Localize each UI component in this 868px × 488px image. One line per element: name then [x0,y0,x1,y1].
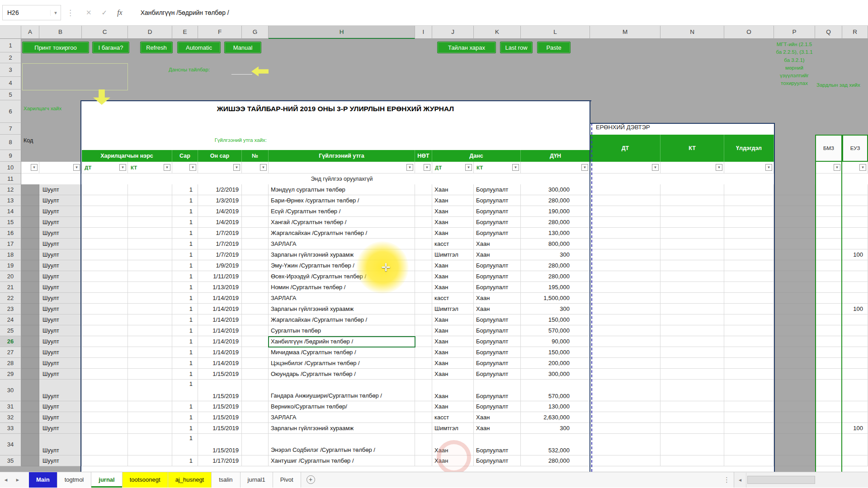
cell-R33[interactable]: 100 [842,423,868,434]
cell-N12[interactable] [660,184,724,195]
cell-C23[interactable] [82,304,128,314]
sheet-tab-Main[interactable]: Main [29,472,57,488]
cell-Q26[interactable] [815,336,842,347]
cell-F15[interactable]: 1/4/2019 [198,217,242,228]
header-ledger-dt[interactable]: ДТ [590,135,660,162]
cell-C15[interactable] [82,217,128,228]
cell-R18[interactable]: 100 [842,249,868,260]
cell-D32[interactable] [128,412,172,423]
cell-J26[interactable]: Хаан [432,336,474,347]
cell-L22[interactable]: 1,500,000 [521,293,590,304]
cell-O16[interactable] [724,228,774,239]
cell-E24[interactable]: 1 [172,314,198,325]
filter-dropdown-B[interactable]: ▾ [73,164,80,171]
cell-J29[interactable]: Хаан [432,369,474,380]
filter-dropdown-J[interactable]: ▾ [465,164,472,171]
cell-K35[interactable]: Борлуулалт [474,455,521,466]
cell-C34[interactable] [82,434,128,455]
cell-E14[interactable]: 1 [172,206,198,217]
header-bmz[interactable]: БМЗ [815,135,842,162]
cell-J28[interactable]: Хаан [432,358,474,369]
cell-R14[interactable] [842,206,868,217]
cell-Q21[interactable] [815,282,842,293]
row-header-15[interactable]: 15 [0,217,21,228]
cell-A20[interactable] [21,271,39,282]
cell-D27[interactable] [128,347,172,358]
cell-M19[interactable] [590,260,660,271]
cell-H31[interactable]: Вернико/Сургалтын төлбөр/ [269,401,415,412]
cell-G32[interactable] [242,412,269,423]
cell-E33[interactable]: 1 [172,423,198,434]
row-header-27[interactable]: 27 [0,347,21,358]
cell-Q15[interactable] [815,217,842,228]
cell-A16[interactable] [21,228,39,239]
cell-Q16[interactable] [815,228,842,239]
cell-F22[interactable]: 1/14/2019 [198,293,242,304]
cell-P17[interactable] [774,239,815,249]
cell-I29[interactable] [415,369,432,380]
cell-A13[interactable] [21,195,39,206]
cell-M18[interactable] [590,249,660,260]
cell-B19[interactable]: Шуулт [39,260,82,271]
row-header-25[interactable]: 25 [0,325,21,336]
cell-F26[interactable]: 1/14/2019 [198,336,242,347]
cell-H22[interactable]: ЗАРЛАГА [269,293,415,304]
cell-P20[interactable] [774,271,815,282]
filter-dropdown-I[interactable]: ▾ [424,164,430,171]
cell-R13[interactable] [842,195,868,206]
row-header-7[interactable]: 7 [0,123,21,135]
cell-Q19[interactable] [815,260,842,271]
cell-O30[interactable] [724,380,774,401]
cell-E28[interactable]: 1 [172,358,198,369]
cell-J22[interactable]: касст [432,293,474,304]
row-header-14[interactable]: 14 [0,206,21,217]
cell-F18[interactable]: 1/7/2019 [198,249,242,260]
cell-Q13[interactable] [815,195,842,206]
row-header-29[interactable]: 29 [0,369,21,380]
cell-D18[interactable] [128,249,172,260]
cell-F16[interactable]: 1/7/2019 [198,228,242,239]
cell-I31[interactable] [415,401,432,412]
cell-D22[interactable] [128,293,172,304]
cell-H27[interactable]: Мичидмаа /Сургалтын төлбөр / [269,347,415,358]
cell-P35[interactable] [774,455,815,466]
cell-N26[interactable] [660,336,724,347]
cell-N13[interactable] [660,195,724,206]
cell-M20[interactable] [590,271,660,282]
cell-M12[interactable] [590,184,660,195]
cell-L16[interactable]: 130,000 [521,228,590,239]
cell-O13[interactable] [724,195,774,206]
cell-L15[interactable]: 280,000 [521,217,590,228]
row-header-20[interactable]: 20 [0,271,21,282]
cell-A30[interactable] [21,380,39,401]
cell-L34[interactable]: 532,000 [521,434,590,455]
cell-I32[interactable] [415,412,432,423]
cell-N17[interactable] [660,239,724,249]
cell-F32[interactable]: 1/15/2019 [198,412,242,423]
cell-L32[interactable]: 2,630,000 [521,412,590,423]
cell-O35[interactable] [724,455,774,466]
filter-dropdown-C[interactable]: ▾ [119,164,126,171]
cell-G19[interactable] [242,260,269,271]
cell-K30[interactable]: Борлуулалт [474,380,521,401]
cell-A33[interactable] [21,423,39,434]
cell-K32[interactable]: Хаан [474,412,521,423]
cell-E31[interactable]: 1 [172,401,198,412]
header-num[interactable]: № [242,150,269,162]
cell-P26[interactable] [774,336,815,347]
cell-J30[interactable]: Хаан [432,380,474,401]
cell-G34[interactable] [242,434,269,455]
cell-J31[interactable]: Хаан [432,401,474,412]
filter-dropdown-O[interactable]: ▾ [765,164,772,171]
row-header-9[interactable]: 9 [0,150,21,162]
cell-K17[interactable]: Хаан [474,239,521,249]
cell-E35[interactable]: 1 [172,455,198,466]
header-amount[interactable]: ДҮН [521,150,590,162]
cell-P30[interactable] [774,380,815,401]
row-header-11[interactable]: 11 [0,174,21,184]
cell-E32[interactable]: 1 [172,412,198,423]
column-header-K[interactable]: K [474,25,521,39]
row-header-30[interactable]: 30 [0,380,21,401]
cell-H29[interactable]: Оюундарь /Сургалтын төлбөр / [269,369,415,380]
cell-F21[interactable]: 1/13/2019 [198,282,242,293]
